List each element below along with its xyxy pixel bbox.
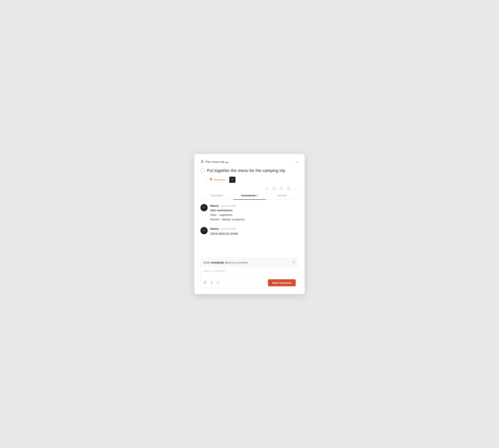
comment-actions: Add Comment <box>201 278 298 288</box>
task-title-row: Put together the menu for the camping tr… <box>200 168 299 174</box>
comment-item: Nancy Jul 5 5:24 PM Diet restrictions: M… <box>200 204 299 222</box>
svg-point-4 <box>232 179 232 179</box>
tag-icon[interactable] <box>272 187 276 192</box>
assignee-avatar[interactable] <box>229 176 236 183</box>
notify-text: Notify everybody about my comment <box>203 261 248 264</box>
svg-point-40 <box>217 281 220 284</box>
list-icon[interactable] <box>265 187 269 192</box>
project-title: Plan canoe trip 🛶 <box>205 160 229 164</box>
modal-header: Plan canoe trip 🛶 × <box>200 159 299 164</box>
toolbar-row <box>200 187 299 192</box>
svg-point-7 <box>230 178 232 180</box>
svg-point-14 <box>266 189 266 190</box>
comment-body: Diet restrictions: Mark - vegetarian Rac… <box>210 208 299 222</box>
svg-point-24 <box>203 207 204 208</box>
date-tag[interactable]: 📅 Tomorrow <box>207 177 228 182</box>
comment-meta: Nancy Jul 5 5:25 PM <box>210 227 299 230</box>
header-left: Plan canoe trip 🛶 <box>200 160 229 164</box>
comment-item: Nancy Jul 5 5:25 PM Some ideas for meals <box>200 227 299 236</box>
svg-point-19 <box>295 188 296 189</box>
dog-avatar-icon <box>229 177 235 183</box>
svg-point-34 <box>204 231 205 231</box>
svg-point-27 <box>202 206 203 208</box>
comments-section: Nancy Jul 5 5:24 PM Diet restrictions: M… <box>200 204 299 254</box>
comment-body: Some ideas for meals <box>210 231 299 236</box>
close-button[interactable]: × <box>295 159 299 164</box>
comment-content: Nancy Jul 5 5:24 PM Diet restrictions: M… <box>210 204 299 222</box>
tab-comments[interactable]: Comments2 <box>233 194 266 200</box>
bell-icon[interactable] <box>292 260 296 265</box>
comment-time: Jul 5 5:25 PM <box>221 227 236 230</box>
flag-icon[interactable] <box>279 187 283 192</box>
svg-point-35 <box>202 229 203 231</box>
svg-point-15 <box>274 188 274 188</box>
svg-point-6 <box>232 180 233 180</box>
task-title: Put together the menu for the camping tr… <box>207 168 285 174</box>
comment-time: Jul 5 5:24 PM <box>221 205 236 207</box>
attachment-icon[interactable] <box>203 280 207 285</box>
avatar <box>200 204 208 211</box>
svg-point-26 <box>204 208 205 208</box>
svg-point-12 <box>266 187 266 188</box>
svg-point-0 <box>201 160 203 161</box>
comment-input[interactable] <box>201 267 298 277</box>
tab-subtasks[interactable]: Sub-tasks <box>200 194 233 200</box>
comment-content: Nancy Jul 5 5:25 PM Some ideas for meals <box>210 227 299 236</box>
calendar-icon: 📅 <box>209 178 212 181</box>
clock-icon[interactable] <box>287 187 291 192</box>
comment-meta: Nancy Jul 5 5:24 PM <box>210 204 299 207</box>
svg-point-5 <box>233 179 233 179</box>
person-icon <box>200 160 204 164</box>
svg-point-28 <box>205 206 206 208</box>
svg-point-18 <box>294 188 295 189</box>
nancy-avatar-icon-2 <box>201 227 207 234</box>
comment-author: Nancy <box>210 204 219 207</box>
avatar <box>200 227 208 234</box>
task-checkbox[interactable] <box>200 168 205 173</box>
task-modal: Plan canoe trip 🛶 × Put together the men… <box>194 154 305 294</box>
tab-activity[interactable]: Activity <box>266 194 299 200</box>
project-emoji: 🛶 <box>225 160 229 163</box>
add-comment-button[interactable]: Add Comment <box>268 279 296 286</box>
comment-author: Nancy <box>210 227 219 230</box>
svg-point-20 <box>297 188 297 189</box>
svg-point-13 <box>266 188 266 189</box>
nancy-avatar-icon <box>201 205 207 211</box>
svg-rect-37 <box>211 281 212 283</box>
tags-row: 📅 Tomorrow <box>207 176 299 183</box>
action-icons <box>203 280 220 285</box>
svg-point-25 <box>204 207 205 208</box>
notify-bar: Notify everybody about my comment <box>201 258 298 267</box>
comments-badge: 2 <box>257 194 258 197</box>
emoji-icon[interactable] <box>216 280 220 285</box>
svg-point-8 <box>233 178 234 180</box>
date-label: Tomorrow <box>214 178 225 181</box>
comment-link[interactable]: Some ideas for meals <box>210 232 238 235</box>
comment-box: Notify everybody about my comment <box>200 258 299 288</box>
svg-point-33 <box>204 230 205 231</box>
more-icon[interactable] <box>294 187 298 192</box>
tabs-row: Sub-tasks Comments2 Activity <box>200 194 299 200</box>
svg-point-36 <box>205 229 206 231</box>
microphone-icon[interactable] <box>210 280 214 285</box>
svg-point-32 <box>203 230 204 231</box>
